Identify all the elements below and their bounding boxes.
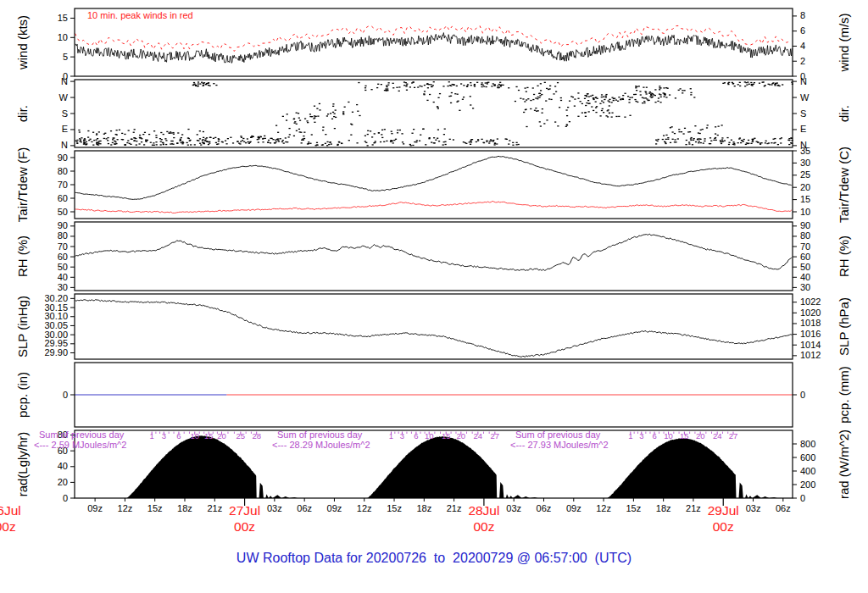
direction-point xyxy=(482,85,484,86)
direction-point xyxy=(741,140,743,141)
direction-point xyxy=(774,142,776,143)
direction-point xyxy=(364,87,366,88)
direction-point xyxy=(489,141,491,141)
direction-point xyxy=(463,85,465,86)
direction-point xyxy=(581,103,583,104)
y-tick-label-right: 1016 xyxy=(800,329,821,339)
direction-point xyxy=(690,138,692,139)
direction-point xyxy=(197,86,198,86)
x-tick-label: 15z xyxy=(387,503,402,513)
direction-point xyxy=(435,140,437,141)
direction-point xyxy=(325,134,326,135)
direction-point xyxy=(577,92,579,93)
direction-point xyxy=(559,107,560,108)
direction-point xyxy=(635,101,637,102)
direction-point xyxy=(744,86,746,86)
direction-point xyxy=(663,87,665,88)
direction-point xyxy=(170,131,171,132)
direction-point xyxy=(595,107,597,108)
direction-point xyxy=(607,116,609,117)
direction-point xyxy=(200,144,202,145)
direction-point xyxy=(470,104,471,105)
direction-point xyxy=(406,90,408,91)
direction-point xyxy=(358,82,359,83)
direction-point xyxy=(689,131,691,132)
direction-point xyxy=(372,144,374,145)
direction-point xyxy=(643,86,644,87)
direction-point xyxy=(470,96,471,97)
direction-point xyxy=(593,99,594,100)
direction-point xyxy=(655,143,657,144)
direction-point xyxy=(433,102,435,103)
direction-point xyxy=(726,137,728,138)
direction-point xyxy=(697,138,698,139)
direction-point xyxy=(386,86,387,87)
direction-point xyxy=(491,141,492,141)
direction-point xyxy=(187,144,189,145)
direction-point xyxy=(592,95,593,96)
direction-point xyxy=(704,138,705,139)
direction-point xyxy=(99,141,101,141)
direction-point xyxy=(605,97,607,97)
direction-point xyxy=(78,130,80,130)
direction-point xyxy=(597,98,598,99)
direction-point xyxy=(497,86,498,86)
direction-point xyxy=(144,132,146,133)
direction-point xyxy=(388,82,390,83)
x-tick-label: 12z xyxy=(596,503,611,513)
direction-point xyxy=(721,125,723,125)
direction-point xyxy=(460,83,462,84)
direction-point xyxy=(732,83,734,84)
direction-point xyxy=(76,143,78,144)
y-tick-label-right: 1022 xyxy=(800,296,821,307)
y-tick-label-left: 50 xyxy=(58,262,68,272)
wind-peak-series xyxy=(75,25,790,51)
direction-point xyxy=(497,87,498,88)
direction-point xyxy=(322,144,324,145)
direction-point xyxy=(194,144,196,145)
direction-point xyxy=(734,86,736,86)
direction-point xyxy=(205,138,207,139)
direction-point xyxy=(546,119,548,120)
direction-point xyxy=(180,140,181,141)
direction-point xyxy=(756,141,758,141)
direction-point xyxy=(657,101,659,102)
direction-point xyxy=(660,97,662,97)
direction-point xyxy=(442,86,444,86)
y-tick-label-right: 1018 xyxy=(800,318,821,328)
direction-point xyxy=(387,88,388,89)
direction-point xyxy=(674,139,676,140)
direction-point xyxy=(539,95,541,96)
y-tick-label-right: 400 xyxy=(800,466,815,476)
direction-point xyxy=(634,99,636,100)
direction-point xyxy=(381,84,382,85)
direction-point xyxy=(187,137,189,138)
direction-point xyxy=(156,144,158,145)
direction-point xyxy=(230,137,231,138)
y-tick-label-left: 60 xyxy=(58,193,68,203)
y-tick-label-right: N xyxy=(800,76,807,86)
axis-title-left-pcp: pcp. (in) xyxy=(15,372,30,418)
direction-point xyxy=(356,104,358,105)
direction-point xyxy=(520,98,521,99)
axis-title-right-rh: RH (%) xyxy=(837,236,851,277)
direction-point xyxy=(522,98,524,99)
direction-point xyxy=(409,86,411,87)
y-tick-label-right: 15 xyxy=(800,194,810,204)
direction-point xyxy=(648,93,650,94)
direction-point xyxy=(662,139,664,140)
direction-point xyxy=(285,137,287,138)
direction-point xyxy=(706,127,708,128)
direction-point xyxy=(267,141,269,142)
direction-point xyxy=(593,110,594,111)
direction-point xyxy=(243,141,245,142)
direction-point xyxy=(474,85,476,86)
direction-point xyxy=(515,86,517,87)
direction-point xyxy=(690,92,692,93)
direction-point xyxy=(433,142,435,143)
direction-point xyxy=(608,100,609,101)
direction-point xyxy=(493,144,495,145)
direction-point xyxy=(447,86,448,86)
direction-point xyxy=(121,133,123,134)
direction-point xyxy=(443,134,445,135)
